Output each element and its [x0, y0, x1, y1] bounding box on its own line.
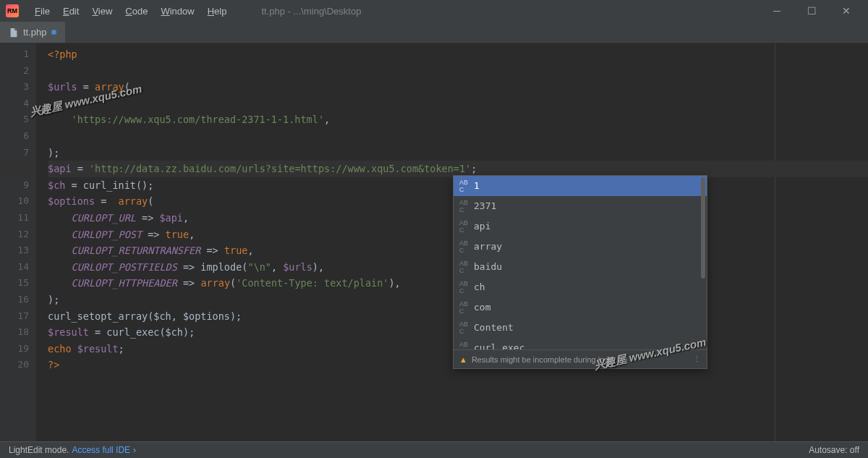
autocomplete-item[interactable]: ABC2371 [454, 196, 707, 216]
menu-view[interactable]: View [86, 3, 118, 20]
minimize-button[interactable]: ─ [770, 5, 784, 17]
menubar: FileEditViewCodeWindowHelp [29, 3, 232, 20]
maximize-button[interactable]: ☐ [804, 5, 819, 17]
tab-bar: tt.php [0, 22, 868, 43]
status-bar: LightEdit mode. Access full IDE › Autosa… [0, 441, 868, 458]
tab-file[interactable]: tt.php [0, 22, 65, 43]
status-mode: LightEdit mode. [9, 445, 69, 455]
autocomplete-item[interactable]: ABCcurl_exec [454, 338, 707, 349]
autocomplete-item[interactable]: ABCContent [454, 318, 707, 338]
close-button[interactable]: ✕ [839, 5, 854, 17]
right-margin-line [775, 43, 775, 441]
menu-edit[interactable]: Edit [57, 3, 85, 20]
window-title: tt.php - ...\ming\Desktop [261, 6, 361, 17]
autocomplete-popup[interactable]: ABC1ABC2371ABCapiABCarrayABCbaiduABCchAB… [453, 175, 707, 369]
autocomplete-item[interactable]: ABCapi [454, 216, 707, 237]
menu-help[interactable]: Help [202, 3, 233, 20]
more-icon[interactable]: ⋮ [693, 355, 701, 364]
access-full-ide-link[interactable]: Access full IDE [72, 445, 130, 455]
chevron-right-icon: › [133, 445, 136, 455]
app-icon: RM [6, 4, 19, 17]
editor[interactable]: 1234567891011121314151617181920 <?php$ur… [0, 43, 868, 441]
autocomplete-footer: ▲ Results might be incomplete during ind… [454, 349, 707, 368]
menu-window[interactable]: Window [155, 3, 200, 20]
autosave-status[interactable]: Autosave: off [809, 445, 859, 455]
popup-scrollbar[interactable] [701, 177, 705, 348]
autocomplete-item[interactable]: ABCch [454, 277, 707, 297]
file-icon [9, 27, 19, 38]
autocomplete-item[interactable]: ABCbaidu [454, 257, 707, 277]
dirty-indicator-icon [51, 30, 56, 35]
line-number-gutter: 1234567891011121314151617181920 [0, 43, 36, 441]
menu-code[interactable]: Code [119, 3, 153, 20]
code-area[interactable]: <?php$urls = array( 'https://www.xqu5.co… [36, 43, 868, 441]
autocomplete-item[interactable]: ABC1 [454, 176, 707, 196]
autocomplete-item[interactable]: ABCarray [454, 237, 707, 257]
tab-filename: tt.php [23, 27, 47, 38]
autocomplete-list[interactable]: ABC1ABC2371ABCapiABCarrayABCbaiduABCchAB… [454, 176, 707, 349]
autocomplete-item[interactable]: ABCcom [454, 297, 707, 318]
menu-file[interactable]: File [29, 3, 56, 20]
warning-icon: ▲ [459, 355, 467, 364]
